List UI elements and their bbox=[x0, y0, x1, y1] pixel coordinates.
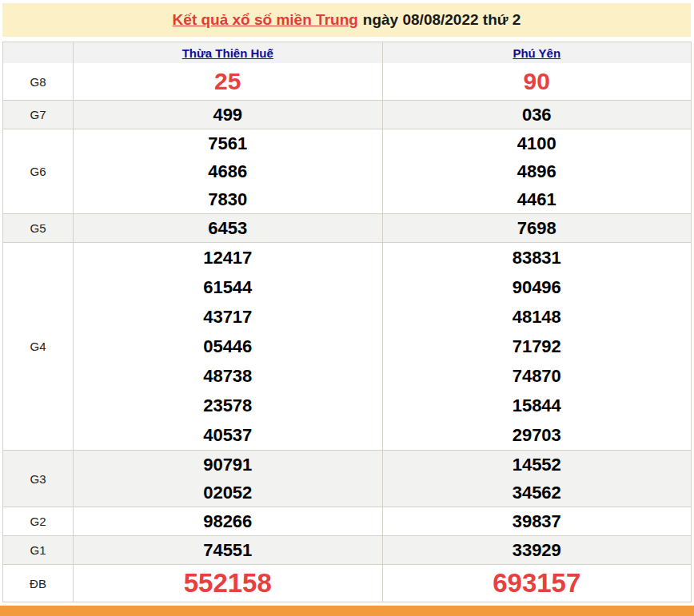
result-number: 23578 bbox=[203, 391, 252, 420]
results-table: Thừa Thiên Huế Phú Yên G8 25 90 G7 499 0… bbox=[2, 42, 692, 602]
prize-row-g8: G8 25 90 bbox=[3, 63, 691, 100]
result-number: 25 bbox=[214, 63, 241, 100]
lottery-results-page: Kết quả xổ số miền Trung ngày 08/08/2022… bbox=[0, 0, 694, 616]
table-header-row: Thừa Thiên Huế Phú Yên bbox=[3, 42, 691, 63]
result-number: 90791 bbox=[203, 451, 252, 479]
result-number: 02052 bbox=[203, 479, 252, 507]
result-number: 693157 bbox=[493, 565, 580, 602]
prize-label: G8 bbox=[3, 63, 74, 100]
result-number: 48738 bbox=[203, 361, 252, 391]
prize-row-g4: G4 12417615444371705446487382357840537 8… bbox=[3, 242, 691, 450]
prize-label: G4 bbox=[3, 243, 74, 450]
result-number: 39837 bbox=[513, 507, 561, 535]
result-number: 14552 bbox=[513, 451, 561, 479]
result-number: 74870 bbox=[513, 361, 561, 391]
results-cell-thua-thien-hue: 12417615444371705446487382357840537 bbox=[74, 243, 383, 450]
results-cell-phu-yen: 410048964461 bbox=[383, 129, 692, 213]
prize-label: G3 bbox=[3, 451, 74, 507]
results-cell-thua-thien-hue: 25 bbox=[74, 63, 383, 100]
result-number: 40537 bbox=[203, 420, 252, 450]
footer-orange-bar bbox=[0, 606, 694, 616]
results-cell-thua-thien-hue: 6453 bbox=[74, 214, 383, 242]
province-link-thua-thien-hue[interactable]: Thừa Thiên Huế bbox=[182, 46, 273, 60]
result-number: 43717 bbox=[203, 302, 252, 332]
result-number: 05446 bbox=[203, 332, 252, 361]
prize-row-db: ĐB 552158 693157 bbox=[3, 564, 691, 602]
result-number: 15844 bbox=[513, 391, 561, 420]
results-cell-thua-thien-hue: 756146867830 bbox=[74, 129, 383, 213]
result-number: 33929 bbox=[513, 536, 561, 564]
results-cell-phu-yen: 90 bbox=[383, 63, 692, 100]
results-cell-phu-yen: 39837 bbox=[383, 507, 692, 535]
prize-label: G2 bbox=[3, 507, 74, 535]
result-number: 7561 bbox=[208, 129, 247, 157]
prize-row-g5: G5 6453 7698 bbox=[3, 213, 691, 242]
result-number: 4100 bbox=[517, 129, 556, 157]
prize-label: G1 bbox=[3, 536, 74, 564]
result-number: 90496 bbox=[513, 272, 561, 302]
prize-row-g2: G2 98266 39837 bbox=[3, 507, 691, 535]
result-number: 12417 bbox=[203, 243, 252, 272]
results-cell-thua-thien-hue: 9079102052 bbox=[74, 451, 383, 507]
result-number: 036 bbox=[522, 101, 552, 129]
result-number: 61544 bbox=[203, 272, 252, 302]
results-cell-phu-yen: 1455234562 bbox=[383, 451, 692, 507]
province-header-phu-yen: Phú Yên bbox=[383, 42, 692, 63]
result-number: 7830 bbox=[208, 185, 247, 213]
result-number: 48148 bbox=[513, 302, 561, 332]
province-link-phu-yen[interactable]: Phú Yên bbox=[513, 46, 560, 60]
prize-row-g3: G3 9079102052 1455234562 bbox=[3, 450, 691, 507]
title-date-text: ngày 08/08/2022 thứ 2 bbox=[363, 11, 521, 29]
prize-row-g7: G7 499 036 bbox=[3, 100, 691, 129]
results-cell-phu-yen: 83831904964814871792748701584429703 bbox=[383, 243, 692, 450]
results-cell-phu-yen: 036 bbox=[383, 101, 692, 129]
result-number: 552158 bbox=[184, 565, 272, 602]
prize-column-header bbox=[3, 42, 74, 63]
page-title: Kết quả xổ số miền Trung ngày 08/08/2022… bbox=[2, 3, 691, 37]
results-cell-thua-thien-hue: 499 bbox=[74, 101, 383, 129]
result-number: 74551 bbox=[203, 536, 252, 564]
result-number: 83831 bbox=[513, 243, 561, 272]
results-cell-thua-thien-hue: 552158 bbox=[74, 565, 383, 602]
result-number: 34562 bbox=[513, 479, 561, 507]
result-number: 7698 bbox=[517, 214, 556, 242]
results-cell-thua-thien-hue: 98266 bbox=[74, 507, 383, 535]
result-number: 71792 bbox=[513, 332, 561, 361]
result-number: 4461 bbox=[517, 185, 556, 213]
title-link[interactable]: Kết quả xổ số miền Trung bbox=[173, 11, 358, 29]
result-number: 499 bbox=[213, 101, 242, 129]
result-number: 98266 bbox=[203, 507, 252, 535]
results-cell-phu-yen: 693157 bbox=[383, 565, 692, 602]
prize-row-g1: G1 74551 33929 bbox=[3, 535, 691, 564]
results-body: G8 25 90 G7 499 036 G6 756146867830 4100… bbox=[3, 63, 691, 602]
prize-label: G5 bbox=[3, 214, 74, 242]
prize-label: ĐB bbox=[3, 565, 74, 602]
results-cell-phu-yen: 33929 bbox=[383, 536, 692, 564]
result-number: 29703 bbox=[513, 420, 561, 450]
results-cell-phu-yen: 7698 bbox=[383, 214, 692, 242]
result-number: 4686 bbox=[208, 157, 247, 185]
prize-label: G7 bbox=[3, 101, 74, 129]
province-header-thua-thien-hue: Thừa Thiên Huế bbox=[74, 42, 383, 63]
prize-row-g6: G6 756146867830 410048964461 bbox=[3, 129, 691, 213]
prize-label: G6 bbox=[3, 129, 74, 213]
result-number: 6453 bbox=[208, 214, 247, 242]
result-number: 4896 bbox=[517, 157, 556, 185]
result-number: 90 bbox=[524, 63, 550, 100]
results-cell-thua-thien-hue: 74551 bbox=[74, 536, 383, 564]
